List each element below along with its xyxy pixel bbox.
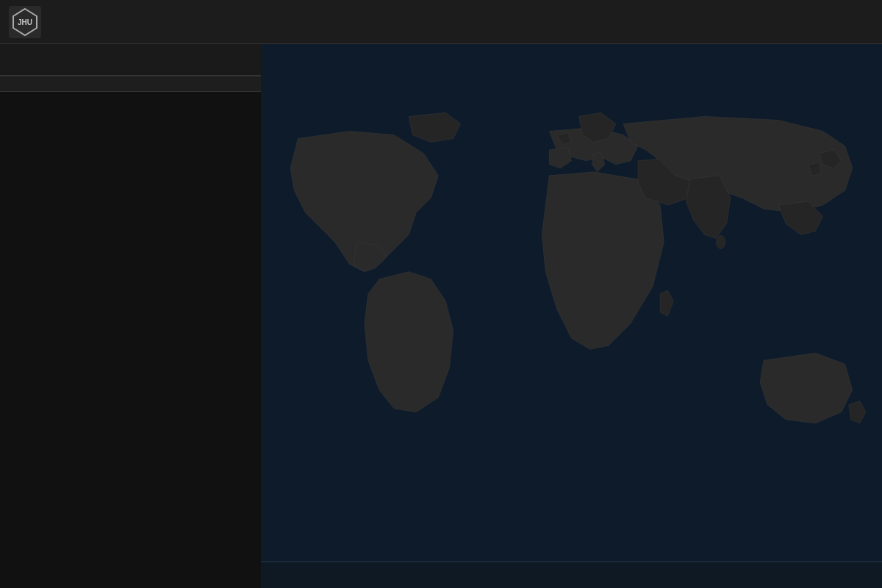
map-area: [261, 44, 882, 588]
total-confirmed-box: [0, 44, 261, 76]
world-map: [261, 44, 882, 588]
sidebar: [0, 44, 261, 588]
main-content: [0, 44, 882, 588]
svg-text:JHU: JHU: [18, 18, 32, 26]
footer-bar: [261, 562, 882, 588]
jhu-logo-icon: JHU: [9, 6, 41, 38]
cases-by-country-header: [0, 76, 261, 92]
app-header: JHU: [0, 0, 882, 44]
country-list[interactable]: [0, 92, 261, 588]
svg-point-4: [717, 235, 725, 248]
